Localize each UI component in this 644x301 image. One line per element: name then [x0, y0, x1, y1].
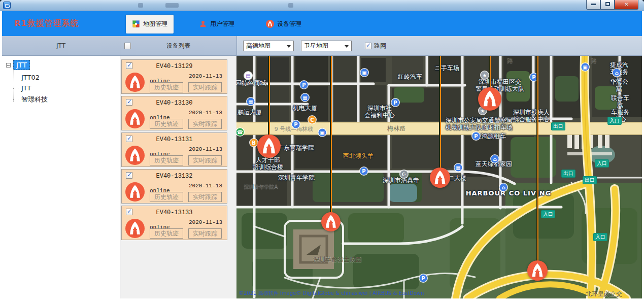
mosque-icon: ☪ [400, 171, 408, 178]
drone-icon [125, 182, 145, 202]
drone-icon [125, 146, 145, 165]
history-track-button[interactable]: 历史轨迹 [150, 228, 183, 239]
map-canvas[interactable]: ©2021 高德软件 Image© DigitalGlobe & chinasi… [236, 56, 642, 298]
realtime-track-button[interactable]: 实时跟踪 [188, 82, 222, 92]
history-track-button[interactable]: 历史轨迹 [150, 82, 183, 92]
minimize-icon [591, 4, 596, 5]
map-toolbar: 高德地图 卫星地图 路网 [236, 36, 642, 56]
chevron-down-icon [345, 45, 349, 48]
letter-icon: C [309, 116, 316, 124]
drone-marker[interactable] [257, 135, 281, 160]
tab-bar: 地图管理 用户管理 设备管理 [126, 14, 308, 34]
gate-badge: 出口 [551, 122, 565, 130]
map-layer-value: 卫星地图 [304, 42, 328, 49]
device-card: EV40-13130 online 2020-11-13 历史轨迹 实时跟踪 [121, 96, 227, 130]
chevron-down-icon [287, 45, 291, 48]
history-track-button[interactable]: 历史轨迹 [150, 155, 183, 165]
device-card: EV40-13133 online 2020-11-13 历史轨迹 实时跟踪 [121, 206, 227, 240]
parking-icon: P [472, 132, 480, 140]
roadnet-label: 路网 [374, 42, 386, 50]
device-date: 2020-11-13 [189, 183, 222, 189]
panel-divider [120, 36, 120, 298]
drone-tether-line [536, 56, 538, 271]
tree-root-node[interactable]: JTT [13, 60, 30, 70]
map-layer-select[interactable]: 卫星地图 [301, 41, 352, 51]
map-attribution: ©2021 高德软件 Image© DigitalGlobe & chinasi… [239, 290, 424, 297]
device-card: EV40-13129 online 2020-11-13 历史轨迹 实时跟踪 [121, 59, 227, 94]
gate-badge: 入口 [595, 159, 609, 168]
device-name: EV40-13132 [122, 173, 227, 180]
history-track-button[interactable]: 历史轨迹 [150, 192, 183, 202]
device-name: EV40-13129 [122, 63, 227, 70]
device-list-select-all-checkbox[interactable] [124, 43, 131, 49]
realtime-track-button[interactable]: 实时跟踪 [188, 155, 222, 165]
close-button[interactable]: ✕ [615, 0, 638, 10]
tab-label: 用户管理 [210, 20, 234, 28]
roadnet-toggle[interactable]: 路网 [365, 42, 386, 50]
device-panel-header: 设备列表 [120, 36, 236, 56]
realtime-track-button[interactable]: 实时跟踪 [188, 119, 222, 129]
phone-icon: ☎ [236, 128, 244, 136]
drone-icon [125, 73, 145, 92]
bus-icon: ▣ [361, 69, 368, 77]
gate-badge: 入口 [541, 210, 555, 218]
realtime-track-button[interactable]: 实时跟踪 [188, 228, 222, 239]
tree-node[interactable]: JTT02 [2, 72, 120, 83]
device-list-title: 设备列表 [166, 42, 191, 49]
drone-marker[interactable] [478, 87, 501, 113]
device-name: EV40-13133 [122, 209, 227, 216]
map-icon [132, 20, 140, 28]
history-track-button[interactable]: 历史轨迹 [150, 119, 183, 129]
bus-icon: ▣ [582, 63, 589, 71]
parking-icon: P [360, 168, 368, 175]
tab-map-management[interactable]: 地图管理 [126, 15, 174, 34]
home-icon: ⌂ [613, 69, 621, 77]
titlebar-artifact [165, 3, 179, 8]
minimize-button[interactable] [586, 0, 600, 10]
map-provider-value: 高德地图 [246, 42, 270, 49]
building-icon: ▦ [301, 94, 309, 102]
titlebar-artifact [288, 3, 293, 8]
close-icon: ✕ [624, 2, 628, 7]
maximize-button[interactable] [600, 0, 615, 10]
map-provider-select[interactable]: 高德地图 [243, 41, 294, 51]
tab-device-management[interactable]: 设备管理 [260, 15, 308, 34]
tab-user-management[interactable]: 用户管理 [193, 15, 241, 34]
roadnet-checkbox[interactable] [365, 43, 371, 49]
letter-icon: B [250, 139, 258, 147]
realtime-track-button[interactable]: 实时跟踪 [188, 192, 222, 202]
device-date: 2020-11-13 [189, 73, 222, 79]
tree-node[interactable]: JTT [2, 83, 120, 93]
drone-marker[interactable] [527, 260, 548, 283]
maximize-icon [605, 2, 610, 6]
device-name: EV40-13131 [122, 136, 227, 143]
gate-badge: 入口 [593, 233, 607, 241]
device-date: 2020-11-13 [189, 110, 222, 116]
tree-expander-icon[interactable] [6, 63, 11, 68]
device-date: 2020-11-13 [189, 219, 222, 225]
drone-marker[interactable] [321, 212, 341, 233]
tree-node[interactable]: 智璟科技 [2, 93, 120, 106]
drone-tether-line [439, 56, 441, 178]
app-window: ✕ R1救援管理系统 地图管理 用户管理 设备管理 JTT 设备列表 高德地图 [0, 0, 644, 301]
gate-badge: 出口 [583, 176, 597, 184]
parking-icon: P [420, 275, 427, 282]
gate-badge: 入口 [607, 117, 622, 125]
device-card: EV40-13132 online 2020-11-13 历史轨迹 实时跟踪 [121, 169, 227, 204]
drone-marker[interactable] [430, 168, 450, 190]
drone-tether-line [330, 56, 332, 222]
window-titlebar[interactable]: ✕ [0, 0, 644, 11]
device-date: 2020-11-13 [189, 146, 222, 152]
building-icon: ▦ [455, 164, 462, 172]
drone-icon [266, 20, 274, 28]
gate-badge: 出口 [561, 170, 575, 178]
app-icon [3, 2, 11, 9]
user-icon [199, 20, 207, 28]
app-header: R1救援管理系统 地图管理 用户管理 设备管理 [2, 11, 642, 36]
bus-icon: ▣ [319, 129, 326, 137]
home-icon: ⌂ [500, 184, 507, 191]
cart-icon: ▤ [245, 72, 252, 80]
device-list-panel: EV40-13129 online 2020-11-13 历史轨迹 实时跟踪 E… [120, 56, 236, 298]
org-tree-panel: JTT JTT02JTT智璟科技 [2, 56, 120, 298]
parking-icon: P [292, 121, 300, 128]
